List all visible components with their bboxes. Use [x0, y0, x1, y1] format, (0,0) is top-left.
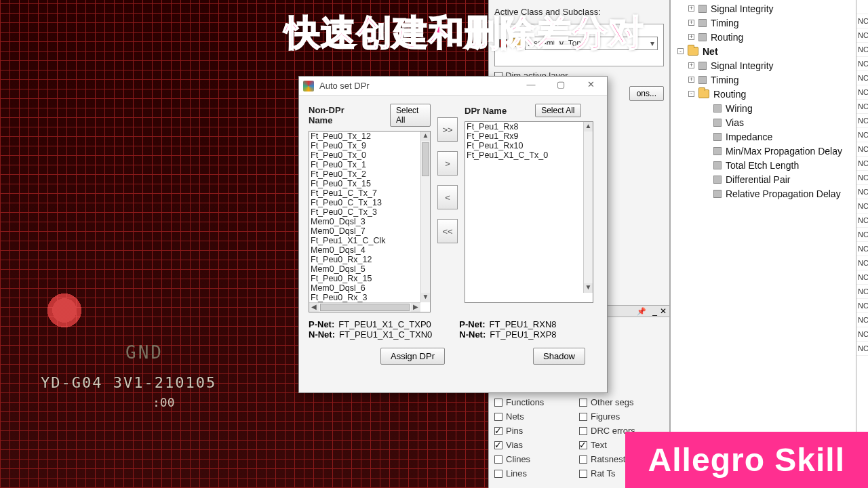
- checkbox[interactable]: [579, 427, 587, 435]
- find-filter-vias[interactable]: Vias: [494, 440, 579, 450]
- pin-icon[interactable]: 📌: [637, 307, 646, 316]
- pnet-left-val: FT_PEU1_X1_C_TXP0: [338, 319, 431, 329]
- find-filter-clines[interactable]: Clines: [494, 454, 579, 464]
- silkscreen-text: YD-G04 3V1-210105: [41, 374, 216, 391]
- tree-item[interactable]: Min/Max Propagation Delay: [673, 144, 868, 158]
- tree-item-label: Net: [703, 46, 718, 57]
- list-item[interactable]: Ft_Peu0_Tx_12: [311, 131, 420, 141]
- silkscreen-dots: :00: [153, 395, 175, 409]
- list-item[interactable]: Ft_Peu0_Rx_12: [311, 255, 420, 264]
- maximize-button[interactable]: ▢: [549, 79, 573, 93]
- list-item[interactable]: Mem0_Dqsl_3: [311, 217, 420, 226]
- tree-item[interactable]: Total Etch Length: [673, 158, 868, 172]
- tree-item[interactable]: +Signal Integrity: [673, 1, 868, 16]
- list-item[interactable]: Ft_Peu0_Tx_1: [311, 160, 420, 169]
- tree-item[interactable]: +Timing: [673, 73, 868, 87]
- move-all-right-button[interactable]: >>: [437, 117, 458, 142]
- tree-item-label: Min/Max Propagation Delay: [726, 146, 842, 157]
- list-item[interactable]: Ft_Peu1_Rx9: [467, 131, 583, 141]
- find-filter-pins[interactable]: Pins: [494, 426, 579, 436]
- find-filter-other-segs[interactable]: Other segs: [579, 397, 664, 407]
- checkbox[interactable]: [494, 470, 502, 478]
- list-item[interactable]: Ft_Peu1_X1_C_Clk: [311, 236, 420, 245]
- minimize-button[interactable]: —: [519, 79, 543, 93]
- pnet-right-val: FT_PEU1_RXN8: [490, 319, 557, 329]
- auto-set-dpr-dialog: Auto set DPr — ▢ ✕ Non-DPr Name Select A…: [298, 76, 608, 393]
- tree-item[interactable]: Impedance: [673, 129, 868, 144]
- tree-item[interactable]: Vias: [673, 115, 868, 129]
- tree-item-label: Signal Integrity: [711, 3, 774, 14]
- list-item[interactable]: Ft_Peu1_Rx10: [467, 141, 583, 150]
- constraint-tree-pane: +Signal Integrity+Timing+Routing-Net+Sig…: [670, 0, 868, 488]
- list-item[interactable]: Ft_Peu0_Tx_0: [311, 150, 420, 160]
- tree-item[interactable]: Differential Pair: [673, 172, 868, 186]
- list-item[interactable]: Ft_Peu0_Rx_3: [311, 293, 420, 302]
- checkbox[interactable]: [579, 413, 587, 421]
- list-item[interactable]: Ft_Peu0_Tx_2: [311, 169, 420, 179]
- list-item[interactable]: Ft_Peu0_Rx_15: [311, 274, 420, 283]
- find-filter-figures[interactable]: Figures: [579, 411, 664, 422]
- constraint-tree[interactable]: +Signal Integrity+Timing+Routing-Net+Sig…: [671, 0, 868, 201]
- list-item[interactable]: Mem0_Dqsl_6: [311, 283, 420, 293]
- worksheet-icon: [713, 147, 722, 155]
- list-item[interactable]: Mem0_Dqsl_7: [311, 226, 420, 236]
- right-column: NCNCNCNCNCNCNCNCNCNCNCNCNCNCNCNCNCNCNCNC…: [856, 0, 868, 488]
- checkbox[interactable]: [494, 455, 502, 464]
- move-left-button[interactable]: <: [437, 185, 458, 209]
- checkbox[interactable]: [494, 399, 502, 407]
- list-item[interactable]: Ft_Peu0_Tx_9: [311, 141, 420, 150]
- options-button[interactable]: ons...: [629, 86, 664, 101]
- select-all-right-button[interactable]: Select All: [535, 104, 580, 117]
- hscrollbar[interactable]: ◀▶: [309, 302, 420, 312]
- checkbox[interactable]: [579, 470, 587, 478]
- move-all-left-button[interactable]: <<: [437, 219, 458, 243]
- shadow-button[interactable]: Shadow: [533, 348, 585, 365]
- list-item[interactable]: Ft_Peu0_Tx_15: [311, 179, 420, 188]
- tree-item[interactable]: -Routing: [673, 87, 868, 101]
- vscrollbar[interactable]: ▲▼: [583, 122, 593, 293]
- close-icon[interactable]: ✕: [660, 306, 667, 316]
- close-button[interactable]: ✕: [578, 79, 603, 93]
- dialog-titlebar[interactable]: Auto set DPr — ▢ ✕: [299, 77, 607, 96]
- video-caption: 快速创建和删除差分对: [285, 9, 644, 57]
- assign-dpr-button[interactable]: Assign DPr: [380, 348, 445, 365]
- checkbox[interactable]: [579, 399, 587, 407]
- list-item[interactable]: Mem0_Dqsl_5: [311, 264, 420, 274]
- tree-item[interactable]: Wiring: [673, 101, 868, 115]
- tree-item-label: Signal Integrity: [711, 60, 774, 71]
- tree-item[interactable]: +Signal Integrity: [673, 58, 868, 73]
- list-item[interactable]: Ft_Peu0_C_Tx_3: [311, 207, 420, 217]
- tree-item[interactable]: +Timing: [673, 16, 868, 30]
- worksheet-icon: [713, 176, 722, 184]
- vscrollbar[interactable]: ▲▼: [420, 131, 430, 302]
- select-all-left-button[interactable]: Select All: [390, 104, 431, 127]
- worksheet-icon: [698, 33, 707, 41]
- find-filter-nets[interactable]: Nets: [494, 411, 579, 422]
- find-filter-lines[interactable]: Lines: [494, 468, 579, 479]
- find-filter-functions[interactable]: Functions: [494, 397, 579, 407]
- list-item[interactable]: Ft_Peu1_Rx8: [467, 122, 583, 131]
- dpr-header: DPr Name: [465, 106, 507, 116]
- checkbox[interactable]: [579, 455, 587, 464]
- worksheet-icon: [713, 119, 722, 127]
- worksheet-icon: [713, 133, 722, 141]
- list-item[interactable]: Ft_Peu1_X1_C_Tx_0: [467, 150, 583, 160]
- non-dpr-listbox[interactable]: Ft_Peu0_Tx_12Ft_Peu0_Tx_9Ft_Peu0_Tx_0Ft_…: [309, 131, 431, 312]
- tree-item[interactable]: -Net: [673, 44, 868, 58]
- checkbox[interactable]: [494, 441, 502, 449]
- worksheet-icon: [698, 19, 707, 27]
- move-right-button[interactable]: >: [437, 151, 458, 176]
- checkbox[interactable]: [494, 427, 502, 435]
- dpr-listbox[interactable]: Ft_Peu1_Rx8Ft_Peu1_Rx9Ft_Peu1_Rx10Ft_Peu…: [465, 121, 593, 303]
- tree-item[interactable]: +Routing: [673, 30, 868, 44]
- tree-item[interactable]: Relative Propagation Delay: [673, 186, 868, 201]
- list-item[interactable]: Mem0_Dqsl_4: [311, 245, 420, 255]
- checkbox[interactable]: [494, 413, 502, 421]
- tree-item-label: Wiring: [726, 103, 753, 114]
- pnet-left-key: P-Net:: [309, 319, 334, 329]
- list-item[interactable]: Ft_Peu1_C_Tx_7: [311, 188, 420, 198]
- tree-item-label: Relative Propagation Delay: [726, 188, 841, 199]
- minimize-icon[interactable]: _: [652, 306, 657, 316]
- list-item[interactable]: Ft_Peu0_C_Tx_13: [311, 198, 420, 207]
- checkbox[interactable]: [579, 441, 587, 449]
